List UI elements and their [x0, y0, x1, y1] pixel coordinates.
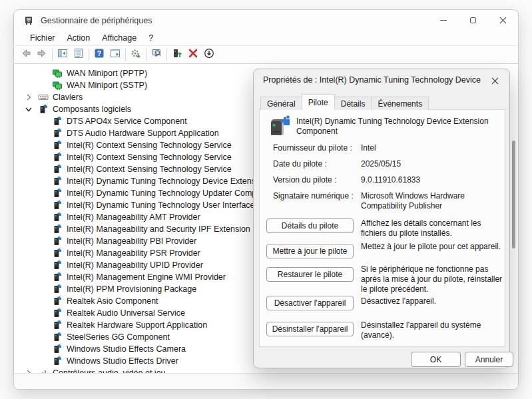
scan-hardware-button[interactable]	[148, 47, 164, 62]
scan-hardware-icon	[151, 48, 162, 61]
toolbar-separator	[146, 49, 146, 61]
field-value: Intel	[361, 143, 503, 153]
red-x-icon	[188, 48, 198, 61]
field-label: Date du pilote :	[273, 159, 327, 169]
update-driver-button[interactable]	[128, 47, 144, 62]
chevron-right-icon[interactable]	[24, 368, 33, 373]
software-component-icon	[52, 200, 63, 210]
dialog-title: Propriétés de : Intel(R) Dynamic Tuning …	[263, 75, 483, 85]
tree-item-label: Intel(R) Context Sensing Technology Serv…	[67, 141, 232, 150]
software-component-icon	[52, 224, 63, 234]
toolbar: ?	[14, 46, 518, 64]
tree-item-label: Intel(R) Manageability PSR Provider	[67, 248, 200, 258]
dialog-close-button[interactable]	[487, 73, 503, 88]
tree-item-label: Realtek Hardware Support Application	[67, 320, 207, 330]
tree-item-label: WAN Miniport (SSTP)	[67, 81, 147, 90]
action-pane-icon	[110, 48, 121, 61]
tree-item-label: Contrôleurs audio, vidéo et jeu	[53, 368, 166, 373]
back-button[interactable]	[18, 47, 34, 62]
help-button[interactable]: ?	[91, 47, 107, 62]
software-component-icon	[52, 248, 63, 258]
software-component-icon	[52, 332, 63, 342]
software-component-icon	[52, 320, 63, 330]
properties-dialog: Propriétés de : Intel(R) Dynamic Tuning …	[253, 69, 510, 368]
software-component-icon	[52, 212, 63, 222]
cancel-button[interactable]: Annuler	[465, 352, 513, 367]
chevron-down-icon[interactable]	[24, 105, 33, 114]
disable-icon	[204, 48, 214, 61]
action-description: Désinstallez l'appareil du système (avan…	[361, 320, 505, 340]
tree-item-label: Intel(R) Dynamic Tuning Technology Updat…	[67, 189, 278, 198]
title-bar: Gestionnaire de périphériques	[14, 10, 518, 31]
tree-item-label: Windows Studio Effects Driver	[67, 356, 178, 366]
d-sinstaller-l-appareil-button[interactable]: Désinstaller l'appareil	[266, 322, 354, 336]
arrow-left-icon	[21, 48, 31, 61]
tree-item-label: Composants logiciels	[53, 105, 131, 114]
d-sactiver-l-appareil-button[interactable]: Désactiver l'appareil	[266, 296, 354, 310]
install-driver-button[interactable]	[169, 47, 185, 62]
tree-item-label: DTS APO4x Service Component	[67, 117, 187, 126]
properties-button[interactable]	[71, 47, 87, 62]
network-adapter-icon	[52, 80, 63, 91]
disable-device-button[interactable]	[201, 47, 217, 62]
tree-item-label: Intel(R) Manageability PBI Provider	[67, 236, 196, 246]
maximize-button[interactable]	[458, 10, 488, 31]
tab-gnral[interactable]: Général	[260, 97, 302, 110]
software-component-icon	[52, 260, 63, 270]
d-tails-du-pilote-button[interactable]: Détails du pilote	[266, 218, 354, 233]
close-button[interactable]	[488, 10, 518, 31]
tree-item-label: Intel(R) Manageability and Security IPF …	[67, 224, 284, 234]
tree-item-label: Intel(R) Manageability UPID Provider	[67, 260, 203, 270]
uninstall-device-button[interactable]	[185, 47, 201, 62]
software-component-icon	[52, 308, 63, 318]
chevron-right-icon[interactable]	[24, 93, 33, 102]
action-description: Désactivez l'appareil.	[361, 296, 505, 306]
tree-item-label: Intel(R) Context Sensing Technology Serv…	[67, 165, 232, 174]
tree-item-label: Intel(R) PPM Provisioning Package	[67, 284, 196, 294]
restaurer-le-pilote-button[interactable]: Restaurer le pilote	[266, 267, 354, 282]
forward-button[interactable]	[34, 47, 50, 62]
ok-button[interactable]: OK	[411, 352, 461, 367]
help-icon: ?	[94, 48, 105, 61]
network-adapter-icon	[52, 68, 63, 79]
software-component-icon	[52, 140, 63, 151]
audio-controller-icon	[38, 368, 49, 373]
mettre-jour-le-pilote-button[interactable]: Mettre à jour le pilote	[266, 244, 354, 258]
device-name: Intel(R) Dynamic Tuning Technology Devic…	[296, 117, 499, 137]
pilote-tab-panel: Intel(R) Dynamic Tuning Technology Devic…	[259, 109, 505, 347]
device-update-icon	[172, 48, 182, 61]
software-component-icon	[52, 152, 63, 163]
software-component-icon	[52, 116, 63, 127]
software-component-icon	[52, 128, 63, 139]
field-label: Version du pilote :	[273, 175, 336, 185]
tree-item-label: Intel(R) Management Engine WMI Provider	[67, 272, 226, 282]
show-console-tree-button[interactable]	[55, 47, 71, 62]
software-component-icon	[52, 236, 63, 246]
console-tree-icon	[57, 48, 68, 61]
toolbar-separator	[52, 49, 53, 61]
action-description: Mettez à jour le pilote pour cet apparei…	[361, 242, 505, 252]
software-component-icon	[52, 356, 63, 366]
minimize-button[interactable]	[428, 10, 458, 31]
menu-fichier[interactable]: Fichier	[24, 31, 61, 45]
svg-text:?: ?	[97, 49, 101, 57]
tab-vnements[interactable]: Événements	[371, 97, 429, 110]
field-value: Microsoft Windows Hardware Compatibility…	[361, 191, 503, 211]
field-value: 9.0.11910.61833	[361, 175, 503, 185]
tree-item-label: SteelSeries GG Component	[67, 332, 170, 342]
field-label: Fournisseur du pilote :	[273, 143, 352, 153]
tab-pilote[interactable]: Pilote	[302, 94, 335, 110]
tree-item-label: Windows Studio Effects Camera	[67, 344, 186, 354]
menu-?[interactable]: ?	[142, 31, 159, 45]
software-component-icon	[52, 344, 63, 354]
action-pane-button[interactable]	[107, 47, 123, 62]
action-description: Affichez les détails concernant les fich…	[361, 218, 505, 238]
menu-affichage[interactable]: Affichage	[96, 31, 142, 45]
menu-action[interactable]: Action	[61, 31, 97, 45]
tab-strip: GénéralPiloteDétailsÉvénements	[260, 94, 428, 110]
tree-item-label: DTS Audio Hardware Support Application	[67, 129, 219, 138]
software-component-icon	[52, 284, 63, 294]
tab-dtails[interactable]: Détails	[334, 97, 372, 110]
menu-bar: FichierActionAffichage?	[14, 31, 518, 46]
action-description: Si le périphérique ne fonctionne pas apr…	[361, 264, 505, 294]
